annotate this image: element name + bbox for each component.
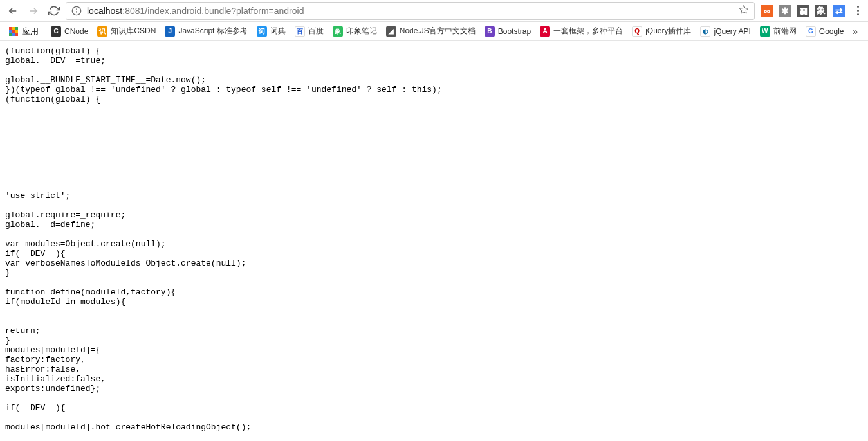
bookmark-label: Google bbox=[819, 27, 844, 36]
bookmark-label: 知识库CSDN bbox=[111, 26, 156, 37]
bookmark-label: 词典 bbox=[270, 26, 286, 37]
browser-toolbar: localhost:8081/index.android.bundle?plat… bbox=[0, 0, 868, 22]
bookmark-item[interactable]: ◢Node.JS官方中文文档 bbox=[382, 23, 480, 39]
site-info-icon[interactable] bbox=[71, 6, 82, 16]
ext-1-icon[interactable]: ∞ bbox=[761, 5, 773, 17]
bookmarks-bar: 应用 CCNode识知识库CSDNJJavaScript 标准参考词词典百百度象… bbox=[0, 22, 868, 41]
bookmark-label: 百度 bbox=[308, 26, 324, 37]
extension-icons: ∞✱▦象⇄ bbox=[757, 5, 849, 17]
chrome-menu-button[interactable] bbox=[851, 3, 864, 18]
bookmark-item[interactable]: CCNode bbox=[46, 23, 93, 39]
bookmark-label: Bootstrap bbox=[498, 27, 531, 36]
bookmark-item[interactable]: JJavaScript 标准参考 bbox=[160, 23, 252, 39]
apps-icon bbox=[9, 27, 18, 36]
back-button[interactable] bbox=[4, 2, 22, 20]
bookmark-label: 一套框架，多种平台 bbox=[553, 26, 623, 37]
url-text: localhost:8081/index.android.bundle?plat… bbox=[87, 6, 734, 16]
address-bar[interactable]: localhost:8081/index.android.bundle?plat… bbox=[66, 2, 755, 20]
bookmark-label: jQuery API bbox=[714, 27, 750, 36]
bookmark-favicon: A bbox=[540, 26, 550, 37]
bookmark-favicon: C bbox=[51, 26, 61, 37]
bookmark-label: jQuery插件库 bbox=[645, 26, 691, 37]
reload-button[interactable] bbox=[45, 2, 63, 20]
ext-translate-icon[interactable]: ⇄ bbox=[833, 5, 845, 17]
apps-label: 应用 bbox=[22, 26, 39, 37]
forward-button[interactable] bbox=[24, 2, 42, 20]
svg-marker-3 bbox=[739, 5, 748, 14]
bookmark-favicon: ◢ bbox=[386, 26, 396, 37]
bookmark-favicon: 百 bbox=[295, 26, 305, 37]
bookmark-label: Node.JS官方中文文档 bbox=[400, 26, 476, 37]
bookmark-item[interactable]: QjQuery插件库 bbox=[627, 23, 696, 39]
bookmark-label: JavaScript 标准参考 bbox=[178, 26, 247, 37]
bookmark-item[interactable]: 识知识库CSDN bbox=[93, 23, 160, 39]
bookmark-item[interactable]: A一套框架，多种平台 bbox=[535, 23, 627, 39]
bookmark-favicon: ◐ bbox=[700, 26, 710, 37]
ext-3-icon[interactable]: ▦ bbox=[797, 5, 809, 17]
bookmark-item[interactable]: GGoogle bbox=[801, 23, 844, 39]
bookmark-label: CNode bbox=[64, 27, 88, 36]
page-content-code: (function(global) { global.__DEV__=true;… bbox=[0, 41, 868, 437]
bookmark-favicon: 词 bbox=[257, 26, 267, 37]
bookmark-favicon: 识 bbox=[97, 26, 107, 37]
bookmark-favicon: 象 bbox=[333, 26, 343, 37]
bookmark-star-icon[interactable] bbox=[739, 4, 749, 17]
bookmark-favicon: J bbox=[165, 26, 175, 37]
bookmark-label: 印象笔记 bbox=[346, 26, 377, 37]
ext-evernote-icon[interactable]: 象 bbox=[815, 5, 827, 17]
bookmarks-overflow-button[interactable]: » bbox=[846, 26, 864, 37]
svg-point-2 bbox=[77, 9, 77, 10]
bookmark-item[interactable]: 百百度 bbox=[290, 23, 328, 39]
bookmark-label: 前端网 bbox=[773, 26, 797, 37]
bookmark-favicon: W bbox=[760, 26, 770, 37]
bookmark-favicon: G bbox=[806, 26, 816, 37]
bookmark-favicon: Q bbox=[632, 26, 642, 37]
bookmark-item[interactable]: BBootstrap bbox=[480, 23, 535, 39]
bookmark-item[interactable]: 词词典 bbox=[252, 23, 290, 39]
bookmark-item[interactable]: 象印象笔记 bbox=[328, 23, 382, 39]
apps-button[interactable]: 应用 bbox=[4, 23, 44, 40]
bookmark-favicon: B bbox=[485, 26, 495, 37]
bookmark-item[interactable]: ◐jQuery API bbox=[696, 23, 755, 39]
bookmark-item[interactable]: W前端网 bbox=[755, 23, 801, 39]
ext-2-icon[interactable]: ✱ bbox=[779, 5, 791, 17]
